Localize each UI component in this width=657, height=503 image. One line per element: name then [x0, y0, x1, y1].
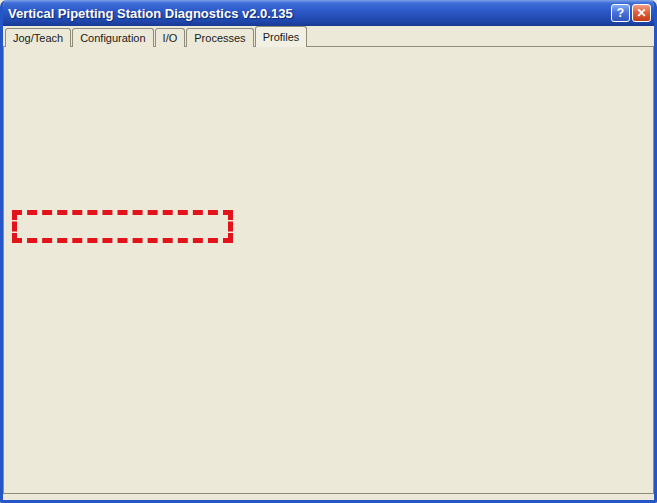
tab-configuration[interactable]: Configuration: [72, 28, 153, 47]
close-icon: ✕: [636, 6, 646, 20]
tab-i-o[interactable]: I/O: [155, 28, 186, 47]
profiles-tab-page: [3, 46, 654, 494]
tab-profiles[interactable]: Profiles: [255, 26, 308, 47]
tab-processes[interactable]: Processes: [186, 28, 253, 47]
tab-strip: Jog/TeachConfigurationI/OProcessesProfil…: [5, 26, 308, 47]
tab-jog-teach[interactable]: Jog/Teach: [5, 28, 71, 47]
highlight-red-dashed-rectangle: [12, 210, 233, 243]
help-button[interactable]: ?: [611, 4, 630, 22]
titlebar-buttons: ? ✕: [611, 4, 651, 22]
app-window: Vertical Pipetting Station Diagnostics v…: [0, 0, 657, 503]
help-icon: ?: [617, 6, 624, 20]
close-button[interactable]: ✕: [632, 4, 651, 22]
